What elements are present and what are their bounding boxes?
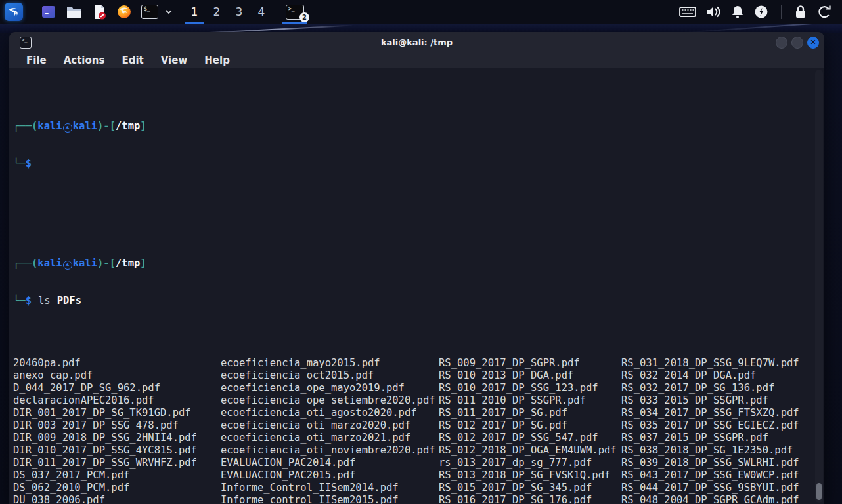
command-argument: PDFs	[57, 295, 81, 306]
file-name: RS_044_2017_DP_SSG_9SBYUI.pdf	[621, 482, 812, 494]
tray-keyboard[interactable]	[675, 0, 701, 24]
prompt-line: ┌──(kali*kali)-[/tmp]	[13, 257, 812, 270]
file-row: DS_037_2017_PCM.pdfEVALUACION_PAC2015.pd…	[13, 469, 812, 482]
file-name: RS_011_2017_DP_SG.pdf	[439, 407, 621, 419]
workspace-switcher: 1234	[183, 0, 273, 24]
panel-separator	[277, 5, 277, 19]
command-line: └─$lsPDFs	[13, 295, 812, 307]
tray-notifications[interactable]	[726, 0, 749, 24]
chevron-down-icon	[165, 9, 173, 14]
tray-lock-screen[interactable]	[789, 0, 812, 24]
panel-separator	[32, 5, 32, 19]
file-row: anexo_cap.pdfecoeficiencia_oct2015.pdfRS…	[13, 369, 812, 382]
command-text: ls	[38, 295, 51, 306]
file-name: RS_035_2017_DP_SSG_EGIECZ.pdf	[621, 419, 812, 432]
file-name: DIR_001_2017_DP_SG_TK91GD.pdf	[13, 407, 221, 419]
scrollbar-track[interactable]	[815, 70, 823, 503]
file-name: RS_031_2018_DP_SSG_9LEQ7W.pdf	[621, 357, 812, 369]
file-row: DIR_003_2017_DP_SSG_478.pdfecoeficiencia…	[13, 419, 812, 432]
bell-icon	[730, 5, 745, 19]
file-name: ecoeficiencia_ope_mayo2019.pdf	[221, 382, 439, 394]
file-name: RS_048_2004_DP_SGPR_GCAdm.pdf	[621, 494, 812, 504]
file-name: RS_015_2017_DP_SG_345.pdf	[439, 482, 621, 494]
file-name: ecoeficiencia_ope_setiembre2020.pdf	[221, 394, 439, 407]
file-name: DIR_003_2017_DP_SSG_478.pdf	[13, 419, 221, 432]
terminal-icon: $_	[141, 5, 158, 19]
app-window-icon	[41, 4, 56, 20]
file-name: RS_009_2017_DP_SGPR.pdf	[439, 357, 621, 369]
launcher-app-window[interactable]	[36, 0, 61, 24]
terminal-output-area[interactable]: ┌──(kali*kali)-[/tmp] └─$ ┌──(kali*kali)…	[9, 68, 824, 504]
file-name: RS_010_2013_DP_DGA.pdf	[439, 369, 621, 382]
lock-icon	[794, 5, 807, 19]
workspace-2[interactable]: 2	[206, 0, 228, 24]
file-name: RS_033_2015_DP_SSGPR.pdf	[621, 394, 812, 407]
file-name: DIR_010_2017_DP_SSG_4YC81S.pdf	[13, 444, 221, 457]
menu-bar: FileActionsEditViewHelp	[9, 52, 824, 68]
file-name: ecoeficiencia_mayo2015.pdf	[221, 357, 439, 369]
file-name: RS_013_2018_DP_SG_FVSK1Q.pdf	[439, 469, 621, 482]
file-name: ecoeficiencia_oti_noviembre2020.pdf	[221, 444, 439, 457]
logout-arrow-icon	[816, 5, 832, 19]
launcher-pdf-document[interactable]	[87, 0, 112, 24]
menu-view[interactable]: View	[161, 54, 188, 66]
pdf-document-icon	[91, 3, 107, 20]
window-titlebar[interactable]: >_ kali@kali: /tmp ✕	[9, 32, 824, 52]
file-name: RS_032_2017_DP_SG_136.pdf	[621, 382, 812, 394]
close-button[interactable]: ✕	[807, 37, 819, 49]
file-name: 20460pa.pdf	[13, 357, 221, 369]
menu-file[interactable]: File	[26, 54, 47, 66]
menu-actions[interactable]: Actions	[64, 54, 105, 66]
terminal-window: >_ kali@kali: /tmp ✕ FileActionsEditView…	[9, 32, 824, 504]
file-row: DS_062_2010_PCM.pdfInforme_Control_IISem…	[13, 482, 812, 494]
top-panel: $_ 1234 >_ 2	[0, 0, 842, 24]
tray-power-status[interactable]	[749, 0, 773, 24]
file-name: RS_012_2017_DP_SG.pdf	[439, 419, 621, 432]
file-name: declaracionAPEC2016.pdf	[13, 394, 221, 407]
menu-edit[interactable]: Edit	[122, 54, 143, 66]
file-name: RS_038_2018_DP_SG_1E2350.pdf	[621, 444, 812, 457]
workspace-3[interactable]: 3	[228, 0, 250, 24]
file-name: RS_011_2010_DP_SSGPR.pdf	[439, 394, 621, 407]
kali-at-icon: *	[63, 261, 72, 270]
launcher-firefox[interactable]	[112, 0, 137, 24]
file-name: RS_012_2017_DP_SSG_547.pdf	[439, 432, 621, 444]
workspace-1[interactable]: 1	[183, 0, 206, 24]
file-row: DIR_001_2017_DP_SG_TK91GD.pdfecoeficienc…	[13, 407, 812, 419]
file-row: 20460pa.pdfecoeficiencia_mayo2015.pdfRS_…	[13, 357, 812, 369]
panel-separator	[179, 5, 179, 19]
file-name: RS_032_2014_DP_DGA.pdf	[621, 369, 812, 382]
launcher-terminal[interactable]: $_	[137, 0, 163, 24]
launcher-terminal-dropdown[interactable]	[163, 0, 175, 24]
folder-icon	[66, 4, 82, 20]
file-name: Informe_control_IISem2015.pdf	[221, 494, 439, 504]
kali-at-icon: *	[63, 123, 72, 133]
file-row: DIR_009_2018_DP_SSG_2HNII4.pdfecoeficien…	[13, 432, 812, 444]
file-listing: 20460pa.pdfecoeficiencia_mayo2015.pdfRS_…	[13, 357, 812, 504]
file-name: ecoeficiencia_oti_marzo2021.pdf	[221, 432, 439, 444]
file-name: RS_034_2017_DP_SSG_FTSXZQ.pdf	[621, 407, 812, 419]
window-title: kali@kali: /tmp	[9, 37, 824, 47]
kali-menu-button[interactable]	[0, 0, 28, 24]
file-name: Informe_Control_IISem2014.pdf	[221, 482, 439, 494]
minimize-button[interactable]	[776, 37, 787, 49]
file-row: declaracionAPEC2016.pdfecoeficiencia_ope…	[13, 394, 812, 407]
tray-logout[interactable]	[812, 0, 837, 24]
file-row: DIR_011_2017_DP_SSG_WRVHFZ.pdfEVALUACION…	[13, 457, 812, 469]
file-name: RS_037_2015_DP_SSGPR.pdf	[621, 432, 812, 444]
kali-logo-icon	[5, 3, 23, 21]
file-name: DU_038_2006.pdf	[13, 494, 221, 504]
workspace-4[interactable]: 4	[250, 0, 273, 24]
file-row: DIR_010_2017_DP_SSG_4YC81S.pdfecoeficien…	[13, 444, 812, 457]
maximize-button[interactable]	[791, 37, 803, 49]
prompt-line: ┌──(kali*kali)-[/tmp]	[13, 120, 812, 133]
menu-help[interactable]: Help	[204, 54, 230, 66]
tray-volume[interactable]	[701, 0, 726, 24]
taskbar-terminal-window[interactable]: >_ 2	[281, 0, 309, 24]
file-row: D_044_2017_DP_SG_962.pdfecoeficiencia_op…	[13, 382, 812, 394]
wallpaper-band	[0, 24, 842, 33]
launcher-file-manager[interactable]	[61, 0, 87, 24]
file-name: RS_043_2017_DP_SSG_EW0WCP.pdf	[621, 469, 812, 482]
scrollbar-handle[interactable]	[816, 483, 822, 500]
file-name: ecoeficiencia_oti_agosto2020.pdf	[221, 407, 439, 419]
